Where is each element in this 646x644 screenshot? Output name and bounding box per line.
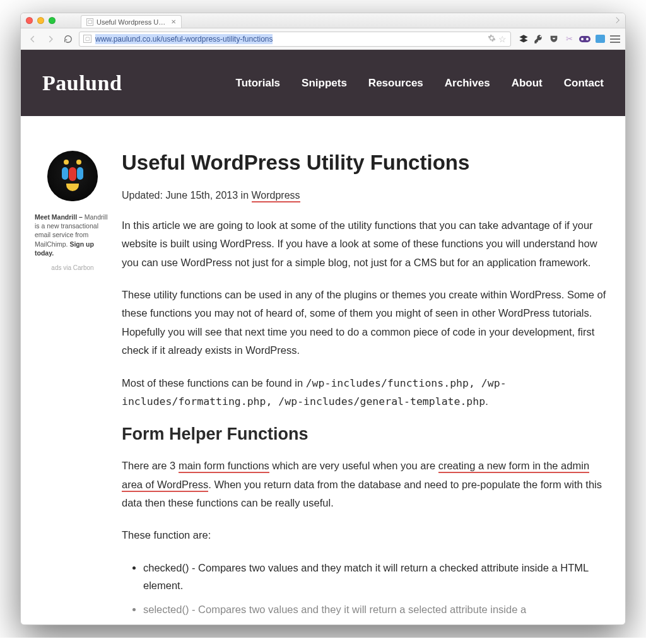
article-title: Useful WordPress Utility Functions: [122, 151, 606, 175]
menu-button[interactable]: [610, 35, 620, 43]
article: Useful WordPress Utility Functions Updat…: [122, 151, 606, 624]
key-extension-icon[interactable]: [534, 34, 544, 44]
page-body: Meet Mandrill – Mandrill is a new transa…: [21, 116, 625, 624]
settings-gear-icon[interactable]: [487, 34, 496, 44]
url-path: /useful-wordpress-utility-functions: [160, 34, 273, 44]
ad-attribution[interactable]: ads via Carbon: [35, 264, 110, 272]
meta-updated: Updated: June 15th, 2013 in: [122, 190, 252, 201]
close-window-button[interactable]: [26, 17, 33, 24]
reload-button[interactable]: [61, 32, 75, 46]
minimize-window-button[interactable]: [37, 17, 44, 24]
mandrill-logo: [61, 162, 85, 190]
picture-extension-icon[interactable]: [596, 35, 605, 43]
window-titlebar: ▢ Useful Wordpress Utility Fu ✕: [21, 13, 625, 28]
ad-copy[interactable]: Meet Mandrill – Mandrill is a new transa…: [35, 213, 110, 257]
article-meta: Updated: June 15th, 2013 in Wordpress: [122, 190, 606, 201]
site-logo[interactable]: Paulund: [42, 71, 122, 95]
paragraph-usage: These utility functions can be used in a…: [122, 286, 606, 360]
traffic-lights: [26, 17, 56, 24]
tab-favicon: ▢: [86, 18, 93, 26]
ad-headline: Meet Mandrill –: [35, 213, 85, 221]
address-bar[interactable]: ▢ www.paulund.co.uk/useful-wordpress-uti…: [79, 32, 511, 47]
list-item-checked: checked() - Compares two values and they…: [143, 559, 606, 594]
buffer-extension-icon[interactable]: [519, 34, 529, 44]
paragraph-paths: Most of these functions can be found in …: [122, 374, 606, 411]
paragraph-form-intro: There are 3 main form functions which ar…: [122, 457, 606, 512]
nav-tutorials[interactable]: Tutorials: [236, 77, 281, 90]
url-domain: www.paulund.co.uk: [95, 34, 160, 44]
list-item-selected-cutoff: selected() - Compares two values and the…: [143, 600, 606, 618]
fullscreen-icon[interactable]: [613, 17, 619, 23]
ad-sidebar: Meet Mandrill – Mandrill is a new transa…: [35, 151, 110, 624]
scissors-extension-icon[interactable]: ✂: [564, 34, 574, 44]
ad-image[interactable]: [47, 151, 98, 201]
nav-contact[interactable]: Contact: [564, 77, 604, 90]
omnibox-right-icons: ☆: [487, 34, 507, 44]
section-heading-form-helpers: Form Helper Functions: [122, 424, 606, 444]
nav-resources[interactable]: Resources: [368, 77, 423, 90]
paragraph-intro: In this article we are going to look at …: [122, 216, 606, 272]
primary-nav: Tutorials Snippets Resources Archives Ab…: [236, 77, 604, 90]
pocket-extension-icon[interactable]: [549, 34, 559, 44]
mask-extension-icon[interactable]: [579, 36, 590, 42]
tab-strip: ▢ Useful Wordpress Utility Fu ✕: [81, 13, 182, 28]
category-link[interactable]: Wordpress: [252, 190, 300, 202]
browser-tab[interactable]: ▢ Useful Wordpress Utility Fu ✕: [81, 15, 182, 28]
paragraph-list-lead: These function are:: [122, 526, 606, 544]
nav-archives[interactable]: Archives: [445, 77, 490, 90]
tab-close-icon[interactable]: ✕: [171, 18, 176, 25]
extension-icons: ✂: [519, 34, 620, 44]
browser-window: ▢ Useful Wordpress Utility Fu ✕ ▢ www.pa…: [20, 13, 626, 625]
forward-button[interactable]: [44, 32, 57, 46]
browser-toolbar: ▢ www.paulund.co.uk/useful-wordpress-uti…: [21, 28, 625, 50]
function-list: checked() - Compares two values and they…: [143, 559, 606, 618]
bookmark-star-icon[interactable]: ☆: [498, 34, 507, 44]
nav-snippets[interactable]: Snippets: [302, 77, 347, 90]
zoom-window-button[interactable]: [49, 17, 56, 24]
tab-title: Useful Wordpress Utility Fu: [97, 18, 166, 26]
nav-about[interactable]: About: [512, 77, 543, 90]
site-favicon: ▢: [83, 35, 91, 43]
site-header: Paulund Tutorials Snippets Resources Arc…: [21, 50, 625, 116]
url-text: www.paulund.co.uk/useful-wordpress-utili…: [95, 34, 483, 44]
back-button[interactable]: [26, 32, 40, 46]
link-main-form-functions[interactable]: main form functions: [179, 460, 269, 473]
